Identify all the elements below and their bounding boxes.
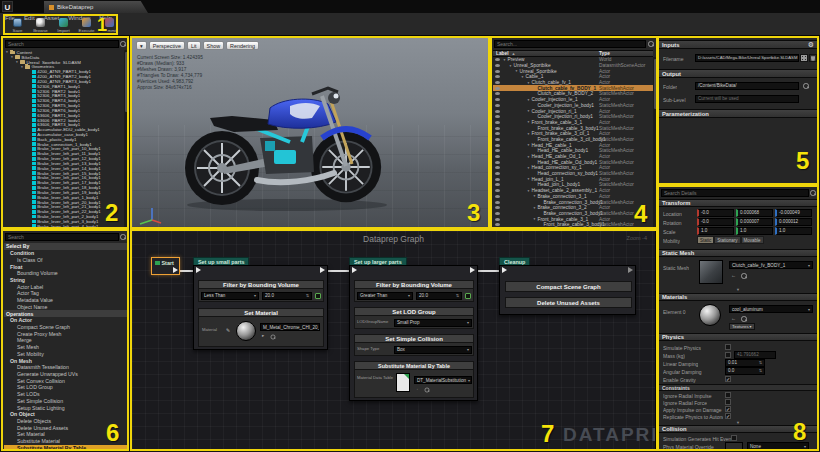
toolbar-button[interactable]: Import [53, 16, 74, 34]
visibility-eye-icon[interactable] [495, 172, 500, 175]
visibility-eye-icon[interactable] [495, 189, 500, 192]
details-search-input[interactable] [661, 189, 809, 197]
visibility-eye-icon[interactable] [495, 166, 500, 169]
palette-item[interactable]: Actor Tag [4, 290, 127, 297]
mass-checkbox[interactable] [725, 352, 731, 358]
collision-block-title[interactable]: Set Simple Collision [354, 334, 474, 343]
expand-section-icon[interactable]: ▼ [659, 287, 817, 292]
visibility-eye-icon[interactable] [495, 64, 500, 67]
visibility-eye-icon[interactable] [495, 115, 500, 118]
output-pin[interactable] [628, 267, 633, 273]
apply-impulse-checkbox[interactable]: ✓ [725, 406, 731, 412]
viewport[interactable]: ▾PerspectiveLitShowRendering Current Scr… [131, 37, 489, 228]
filter-value-field[interactable]: 20.0⇅ [262, 292, 312, 300]
substitute-block-title[interactable]: Substitute Material By Table [354, 361, 474, 370]
outliner-header[interactable]: Label ▲ Type [493, 50, 653, 57]
visibility-eye-icon[interactable] [495, 218, 500, 221]
visibility-eye-icon[interactable] [495, 149, 500, 152]
location-x-field[interactable]: -0.0 [697, 209, 734, 217]
rotation-y-field[interactable]: 0.000007 [736, 218, 773, 226]
viewport-toolbar-button[interactable]: Rendering [226, 41, 259, 50]
filter-operator-dropdown[interactable]: Greater Than▾ [357, 292, 413, 300]
outliner-row[interactable]: Front_brake_cable_3_body1 StaticMeshActo… [493, 222, 653, 228]
palette-item[interactable]: Set Simple Collision [4, 398, 127, 405]
hit-events-checkbox[interactable] [731, 435, 737, 441]
toolbar-button[interactable]: Save [7, 16, 28, 34]
mobility-option-button[interactable]: Static [697, 236, 714, 244]
palette-item[interactable]: Condition [4, 250, 127, 257]
palette-item[interactable]: Set LODs [4, 391, 127, 398]
visibility-eye-icon[interactable] [495, 132, 500, 135]
palette-item[interactable]: Set LOD Group [4, 384, 127, 391]
palette-item[interactable]: On Actor [4, 317, 127, 324]
visibility-eye-icon[interactable] [495, 58, 500, 61]
rotation-z-field[interactable]: 0.000012 [775, 218, 812, 226]
use-selected-icon[interactable]: ← [731, 272, 736, 278]
visibility-eye-icon[interactable] [495, 178, 500, 181]
input-pin[interactable] [502, 267, 507, 273]
folder-field[interactable]: /Content/BikeData/ [695, 82, 799, 90]
filter-block-title[interactable]: Filter by Bounding Volume [354, 280, 474, 289]
material-dropdown[interactable]: cool_aluminum ▾ [729, 305, 813, 313]
sublevel-field[interactable]: Current will be used [695, 95, 799, 103]
palette-item[interactable]: Operations [4, 310, 127, 317]
enable-gravity-checkbox[interactable]: ✓ [725, 376, 731, 382]
action-node-larger-parts[interactable]: Filter by Bounding Volume Greater Than▾ … [349, 265, 478, 401]
output-pin[interactable] [320, 267, 325, 273]
edit-pencil-icon[interactable]: ✎ [226, 327, 230, 333]
link-icon[interactable] [315, 293, 321, 299]
viewport-toolbar-button[interactable]: ▾ [136, 41, 147, 50]
use-selected-icon[interactable]: ▸ [262, 333, 264, 338]
static-mesh-dropdown[interactable]: Clutch_cable_fv_BODY_1 ▾ [729, 261, 813, 269]
mobility-option-button[interactable]: Stationary [714, 236, 740, 244]
column-type[interactable]: Type [599, 51, 610, 56]
action-node-small-parts[interactable]: Filter by Bounding Volume Less Than▾ 20.… [193, 265, 328, 350]
material-asset-dropdown[interactable]: M_Metal_Chrome_CHI_20_Cars▾ [260, 323, 320, 331]
scrollbar[interactable] [124, 50, 128, 228]
palette-item[interactable]: Compact Scene Graph [4, 324, 127, 331]
compact-scene-graph-block[interactable]: Compact Scene Graph [505, 281, 632, 292]
scale-y-field[interactable]: 1.0 [736, 227, 773, 235]
material-thumbnail[interactable] [236, 321, 256, 341]
phys-material-thumbnail[interactable] [725, 442, 743, 451]
materials-section-header[interactable]: Materials [659, 293, 817, 301]
editor-tab[interactable]: BikeDataprep [44, 1, 148, 13]
visibility-eye-icon[interactable] [495, 183, 500, 186]
outliner-search-input[interactable] [494, 40, 646, 48]
input-pin[interactable] [196, 267, 201, 273]
filter-operator-dropdown[interactable]: Less Than▾ [201, 292, 259, 300]
output-section-header[interactable]: Output [659, 69, 817, 78]
visibility-eye-icon[interactable] [495, 161, 500, 164]
scrollbar[interactable] [653, 57, 657, 228]
palette-item[interactable]: On Mesh [4, 357, 127, 364]
lod-group-dropdown[interactable]: Small Prop▾ [394, 319, 472, 327]
palette-search-input[interactable] [5, 233, 119, 241]
scale-z-field[interactable]: 1.0 [775, 227, 812, 235]
browse-file-icon[interactable] [800, 54, 808, 62]
palette-item[interactable]: Set Mobility [4, 351, 127, 358]
palette-item[interactable]: Bounding Volume [4, 270, 127, 277]
browse-to-asset-icon[interactable] [741, 316, 747, 322]
data-table-thumbnail[interactable] [396, 373, 410, 392]
visibility-eye-icon[interactable] [495, 201, 500, 204]
visibility-eye-icon[interactable] [495, 144, 500, 147]
transform-section-header[interactable]: Transform [659, 199, 817, 207]
palette-item[interactable]: String [4, 277, 127, 284]
delete-unused-assets-block[interactable]: Delete Unused Assets [505, 297, 632, 308]
palette-item[interactable]: Object Name [4, 303, 127, 310]
visibility-eye-icon[interactable] [495, 98, 500, 101]
replicate-physics-checkbox[interactable]: ✓ [725, 413, 731, 419]
toolbar-button[interactable]: Browse [30, 16, 51, 34]
dataprep-graph[interactable]: Dataprep Graph Zoom -4 DATAPREP Start Se… [131, 230, 656, 451]
output-pin[interactable] [470, 267, 475, 273]
visibility-eye-icon[interactable] [495, 206, 500, 209]
palette-item[interactable]: On Object [4, 411, 127, 418]
mobility-option-button[interactable]: Movable [741, 236, 764, 244]
set-material-block-title[interactable]: Set Material [198, 308, 324, 317]
gear-icon[interactable]: ⚙ [808, 41, 814, 49]
viewport-toolbar-button[interactable]: Lit [187, 41, 201, 50]
palette-item[interactable]: Is Class Of [4, 256, 127, 263]
physics-section-header[interactable]: Physics [659, 333, 817, 341]
visibility-eye-icon[interactable] [495, 212, 500, 215]
angular-damping-field[interactable]: 0.0⇅ [725, 367, 765, 375]
